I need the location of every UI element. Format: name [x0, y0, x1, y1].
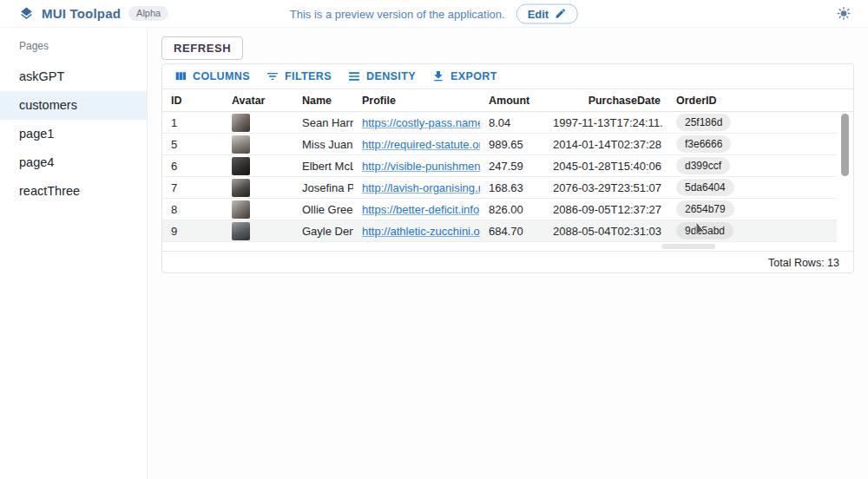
export-button[interactable]: EXPORT: [425, 67, 503, 86]
table-row[interactable]: 7 Josefina P... http://lavish-organising…: [162, 177, 837, 199]
edit-button-label: Edit: [528, 7, 549, 20]
order-id-chip: f3e6666: [676, 135, 731, 153]
preview-banner: This is a preview version of the applica…: [290, 3, 578, 23]
sidebar-item-reactthree[interactable]: reactThree: [0, 177, 147, 206]
avatar: [232, 157, 250, 175]
view-column-icon: [174, 69, 187, 83]
table-row[interactable]: 1 Sean Harris https://costly-pass.name 8…: [162, 112, 837, 134]
app-title: MUI Toolpad: [42, 6, 121, 21]
order-id-chip: 9dc5abd: [676, 222, 733, 240]
table-row[interactable]: 5 Miss Juan ... http://required-statute.…: [162, 134, 837, 155]
pencil-icon: [555, 8, 567, 20]
avatar: [232, 114, 250, 132]
download-icon: [431, 69, 445, 83]
avatar: [232, 135, 250, 154]
column-header-avatar[interactable]: Avatar: [223, 95, 293, 107]
profile-link[interactable]: http://required-statute.org: [362, 138, 480, 151]
vertical-scrollbar-thumb[interactable]: [841, 114, 849, 176]
filter-list-icon: [266, 69, 279, 83]
avatar: [232, 222, 250, 240]
preview-message: This is a preview version of the applica…: [290, 7, 505, 20]
edit-button[interactable]: Edit: [516, 3, 579, 23]
order-id-chip: 25f186d: [676, 114, 731, 131]
profile-link[interactable]: http://athletic-zucchini.org: [362, 225, 480, 238]
profile-link[interactable]: https://costly-pass.name: [362, 116, 480, 129]
refresh-button[interactable]: REFRESH: [161, 36, 243, 60]
main-content: REFRESH COLUMNS FILTERS DENSITY E: [148, 28, 868, 479]
toolpad-logo-icon: [19, 6, 34, 21]
horizontal-scrollbar-thumb[interactable]: [661, 244, 715, 249]
order-id-chip: d399ccf: [676, 157, 730, 174]
order-id-chip: 5da6404: [676, 179, 734, 196]
grid-footer: Total Rows: 13: [162, 251, 853, 273]
theme-toggle-button[interactable]: [832, 2, 856, 26]
brand: MUI Toolpad Alpha: [19, 6, 168, 21]
sidebar-nav: askGPT customers page1 page4 reactThree: [0, 62, 147, 206]
app-header: MUI Toolpad Alpha This is a preview vers…: [0, 0, 868, 28]
density-icon: [347, 69, 361, 83]
grid-toolbar: COLUMNS FILTERS DENSITY EXPORT: [162, 64, 853, 89]
sidebar-item-customers[interactable]: customers: [0, 91, 147, 120]
table-row[interactable]: 9 Gayle Den... http://athletic-zucchini.…: [162, 220, 837, 242]
sidebar: Pages askGPT customers page1 page4 react…: [0, 28, 148, 479]
column-header-profile[interactable]: Profile: [353, 95, 480, 107]
sidebar-section-label: Pages: [0, 38, 147, 62]
columns-button[interactable]: COLUMNS: [168, 67, 256, 86]
grid-header-row: ID Avatar Name Profile Amount PurchaseDa…: [162, 89, 853, 112]
column-header-name[interactable]: Name: [293, 95, 353, 107]
avatar: [232, 200, 250, 219]
column-header-orderid[interactable]: OrderID: [662, 95, 853, 107]
sidebar-item-page4[interactable]: page4: [0, 148, 147, 177]
data-grid: COLUMNS FILTERS DENSITY EXPORT ID Av: [161, 63, 854, 273]
sidebar-item-askgpt[interactable]: askGPT: [0, 62, 147, 91]
table-row[interactable]: 8 Ollie Green... https://better-deficit.…: [162, 199, 837, 220]
grid-rows: 1 Sean Harris https://costly-pass.name 8…: [162, 112, 853, 242]
horizontal-scrollbar: [162, 242, 853, 251]
profile-link[interactable]: http://visible-punishment.net: [362, 160, 480, 173]
column-header-purchasedate[interactable]: PurchaseDate: [553, 95, 662, 107]
profile-link[interactable]: http://lavish-organising.name: [362, 181, 480, 194]
avatar: [232, 179, 250, 197]
table-row[interactable]: 6 Elbert McL... http://visible-punishmen…: [162, 155, 837, 177]
density-button[interactable]: DENSITY: [341, 67, 422, 86]
total-rows-label: Total Rows: 13: [768, 257, 839, 269]
column-header-id[interactable]: ID: [162, 95, 223, 107]
column-header-amount[interactable]: Amount: [480, 95, 553, 107]
sidebar-item-page1[interactable]: page1: [0, 120, 147, 148]
filters-button[interactable]: FILTERS: [260, 67, 338, 86]
order-id-chip: 2654b79: [676, 200, 734, 218]
alpha-badge: Alpha: [128, 6, 168, 21]
profile-link[interactable]: https://better-deficit.info: [362, 203, 479, 216]
sun-icon: [837, 5, 851, 22]
